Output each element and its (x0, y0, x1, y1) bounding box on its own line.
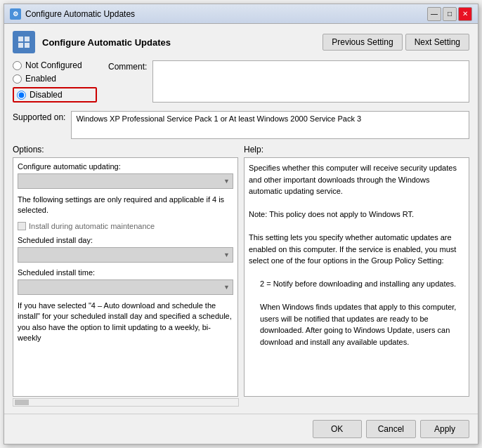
checkbox-label: Install during automatic maintenance (29, 222, 155, 230)
footer-bar: OK Cancel Apply (4, 414, 478, 444)
checkbox-maintenance-row: Install during automatic maintenance (18, 222, 233, 230)
radio-input-enabled[interactable] (13, 74, 22, 84)
supported-on-row: Supported on: Windows XP Professional Se… (13, 111, 469, 139)
radio-disabled[interactable]: Disabled (13, 87, 97, 103)
supported-text: Windows XP Professional Service Pack 1 o… (76, 114, 361, 123)
radio-enabled[interactable]: Enabled (13, 74, 97, 84)
comment-section: Comment: (108, 60, 469, 103)
options-hscrollbar[interactable] (13, 398, 239, 407)
radio-input-not-configured[interactable] (13, 61, 22, 70)
apply-button[interactable]: Apply (420, 420, 469, 438)
radio-label-enabled: Enabled (25, 74, 56, 84)
col-headers: Options: Help: (13, 145, 469, 154)
content-area: Configure Automatic Updates Previous Set… (4, 24, 478, 414)
radio-label-disabled: Disabled (30, 90, 63, 100)
radio-group: Not Configured Enabled Disabled (13, 60, 97, 103)
svg-rect-0 (18, 37, 23, 41)
next-setting-button[interactable]: Next Setting (405, 34, 469, 51)
configure-label: Configure automatic updating: (18, 162, 233, 171)
help-panel[interactable]: Specifies whether this computer will rec… (244, 157, 469, 397)
help-header: Help: (244, 145, 469, 154)
maximize-button[interactable]: □ (443, 7, 457, 21)
scrollbar-row (13, 398, 469, 407)
scheduled-day-label: Scheduled install day: (18, 236, 233, 244)
minimize-button[interactable]: — (427, 7, 441, 21)
scheduled-time-dropdown[interactable] (18, 279, 233, 295)
svg-rect-3 (25, 43, 30, 48)
svg-rect-2 (18, 43, 23, 48)
title-bar: ⚙ Configure Automatic Updates — □ ✕ (4, 4, 478, 24)
help-text: Specifies whether this computer will rec… (249, 162, 464, 348)
help-spacer (245, 398, 469, 407)
comment-label: Comment: (108, 62, 147, 72)
options-scroll-note: If you have selected "4 – Auto download … (18, 301, 233, 344)
nav-buttons: Previous Setting Next Setting (323, 34, 469, 51)
prev-setting-button[interactable]: Previous Setting (323, 34, 402, 51)
supported-label: Supported on: (13, 112, 65, 122)
options-header: Options: (13, 145, 238, 154)
main-window: ⚙ Configure Automatic Updates — □ ✕ Conf… (4, 4, 478, 444)
dialog-title: Configure Automatic Updates (42, 37, 323, 48)
svg-rect-1 (25, 37, 30, 41)
ok-button[interactable]: OK (313, 420, 362, 438)
radio-input-disabled[interactable] (17, 91, 26, 100)
comment-textarea[interactable] (152, 60, 469, 103)
options-panel[interactable]: Configure automatic updating: The follow… (13, 157, 238, 397)
radio-not-configured[interactable]: Not Configured (13, 60, 97, 70)
main-panels: Configure automatic updating: The follow… (13, 157, 469, 397)
options-note: The following settings are only required… (18, 195, 233, 216)
close-button[interactable]: ✕ (458, 7, 472, 21)
checkbox-maintenance[interactable] (18, 222, 26, 230)
hscroll-thumb (15, 400, 29, 405)
configure-dropdown[interactable] (18, 173, 233, 189)
window-icon: ⚙ (10, 8, 21, 20)
window-title: Configure Automatic Updates (25, 9, 427, 19)
scheduled-day-dropdown[interactable] (18, 247, 233, 263)
supported-box: Windows XP Professional Service Pack 1 o… (71, 111, 469, 139)
header-row: Configure Automatic Updates Previous Set… (13, 31, 469, 53)
radio-label-not-configured: Not Configured (25, 60, 82, 70)
header-icon (13, 31, 35, 53)
title-bar-buttons: — □ ✕ (427, 7, 472, 21)
scheduled-time-label: Scheduled install time: (18, 268, 233, 277)
cancel-button[interactable]: Cancel (366, 420, 416, 438)
